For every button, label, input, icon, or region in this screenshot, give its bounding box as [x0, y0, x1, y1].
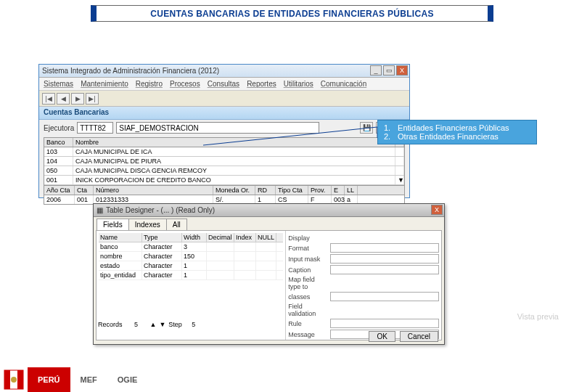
banks-grid-header: Banco Nombre ▲ — [44, 138, 404, 147]
banks-grid: Banco Nombre ▲ 103 CAJA MUNICIPAL DE ICA… — [44, 137, 405, 205]
banks-grid-body: 103 CAJA MUNICIPAL DE ICA 104 CAJA MUNIC… — [44, 147, 404, 185]
save-icon[interactable]: 💾 — [360, 122, 373, 134]
field-row[interactable]: tipo_entidad Character 1 — [99, 271, 283, 280]
footer-mef: MEF — [70, 367, 107, 392]
table-row[interactable]: 050 CAJA MUNICIPAL DISCA GENCIA REMCOY — [44, 166, 404, 176]
modal-body: Name Type Width Decimal Index NULL banco… — [96, 230, 442, 340]
app-window: Sistema Integrado de Administración Fina… — [38, 64, 410, 198]
svg-rect-4 — [17, 370, 23, 389]
svg-point-5 — [11, 377, 17, 383]
info-item: 2. Otras Entidades Financieras — [384, 132, 530, 141]
menu-procesos[interactable]: Procesos — [170, 80, 200, 88]
close-button[interactable]: X — [396, 65, 408, 75]
ejecutora-code[interactable]: TTTT82 — [77, 122, 113, 134]
menu-registro[interactable]: Registro — [136, 80, 163, 88]
nav-next-icon[interactable]: ▶ — [71, 93, 84, 105]
app-title: Sistema Integrado de Administración Fina… — [42, 67, 219, 75]
svg-rect-3 — [4, 370, 10, 389]
page-title-bar: CUENTAS BANCARIAS DE ENTIDADES FINANCIER… — [91, 5, 493, 22]
nav-down-icon[interactable]: ▼ — [159, 321, 165, 328]
table-row[interactable]: 001 INICK CORPORACION DE CREDITO BANCO ▼ — [44, 176, 404, 185]
modal-footer: OK Cancel — [369, 331, 438, 342]
menu-comunicacion[interactable]: Comunicación — [321, 80, 366, 88]
field-row[interactable]: banco Character 3 — [99, 242, 283, 252]
field-row[interactable]: nombre Character 150 — [99, 252, 283, 261]
maximize-button[interactable]: ▭ — [383, 65, 395, 75]
page-title: CUENTAS BANCARIAS DE ENTIDADES FINANCIER… — [150, 9, 433, 19]
app-menubar: Sistemas Mantenimiento Registro Procesos… — [39, 78, 409, 91]
table-row[interactable]: 104 CAJA MUNICIPAL DE PIURA — [44, 157, 404, 166]
classes-field[interactable] — [330, 292, 439, 301]
footer: PERÚ MEF OGIE — [0, 367, 147, 392]
menu-utilitarios[interactable]: Utilitarios — [284, 80, 313, 88]
rule-field[interactable] — [330, 319, 439, 328]
minimize-button[interactable]: _ — [370, 65, 382, 75]
nav-last-icon[interactable]: ▶| — [86, 93, 99, 105]
menu-consultas[interactable]: Consultas — [208, 80, 239, 88]
tab-all[interactable]: All — [166, 219, 187, 230]
ejecutora-name[interactable]: SIAF_DEMOSTRACION — [116, 122, 319, 134]
ejecutora-label: Ejecutora — [44, 124, 74, 132]
menu-sistemas[interactable]: Sistemas — [44, 80, 73, 88]
footer-ogie: OGIE — [107, 367, 148, 392]
modal-close-button[interactable]: X — [431, 205, 443, 215]
col-nombre: Nombre — [73, 138, 395, 147]
field-properties: Display Format Input mask Caption Map fi… — [286, 231, 441, 340]
ejecutora-row: Ejecutora TTTT82 SIAF_DEMOSTRACION 💾 ▤ ✎ — [39, 120, 409, 136]
app-title-bar: Sistema Integrado de Administración Fina… — [39, 65, 409, 78]
table-designer-modal: ▦ Table Designer - (... ) (Read Only) X … — [93, 203, 445, 345]
format-field[interactable] — [330, 243, 439, 253]
field-row[interactable]: estado Character 1 — [99, 261, 283, 271]
nav-first-icon[interactable]: |◀ — [42, 93, 55, 105]
tab-indexes[interactable]: Indexes — [128, 219, 167, 230]
modal-title: Table Designer - (... ) (Read Only) — [106, 206, 215, 214]
record-nav: Records 5 ▲ ▼ Step 5 — [98, 321, 202, 328]
section-header: Cuentas Bancarias — [39, 107, 409, 120]
fields-grid: Name Type Width Decimal Index NULL banco… — [97, 231, 286, 340]
cancel-button[interactable]: Cancel — [400, 331, 438, 342]
acct-header: Año Cta Cta Número Moneda Or. RD Tipo Ct… — [44, 185, 404, 195]
nav-prev-icon[interactable]: ◀ — [57, 93, 70, 105]
modal-title-bar: ▦ Table Designer - (... ) (Read Only) X — [94, 204, 444, 217]
table-icon: ▦ — [97, 206, 103, 214]
nav-up-icon[interactable]: ▲ — [150, 321, 157, 328]
footer-peru: PERÚ — [28, 367, 70, 392]
menu-reportes[interactable]: Reportes — [247, 80, 276, 88]
fields-grid-header: Name Type Width Decimal Index NULL — [99, 233, 283, 242]
tab-fields[interactable]: Fields — [97, 219, 129, 230]
col-banco: Banco — [44, 138, 73, 147]
ok-button[interactable]: OK — [369, 331, 395, 342]
modal-tabs: Fields Indexes All — [94, 217, 444, 230]
watermark-text: Vista previa — [517, 312, 559, 321]
info-box: 1. Entidades Financieras Públicas 2. Otr… — [377, 120, 537, 144]
inputmask-field[interactable] — [330, 254, 439, 264]
menu-mantenimiento[interactable]: Mantenimiento — [81, 80, 128, 88]
caption-field[interactable] — [330, 265, 439, 274]
info-item: 1. Entidades Financieras Públicas — [384, 123, 530, 132]
peru-crest-icon — [0, 367, 28, 392]
app-toolbar: |◀ ◀ ▶ ▶| — [39, 91, 409, 107]
table-row[interactable]: 103 CAJA MUNICIPAL DE ICA — [44, 147, 404, 157]
